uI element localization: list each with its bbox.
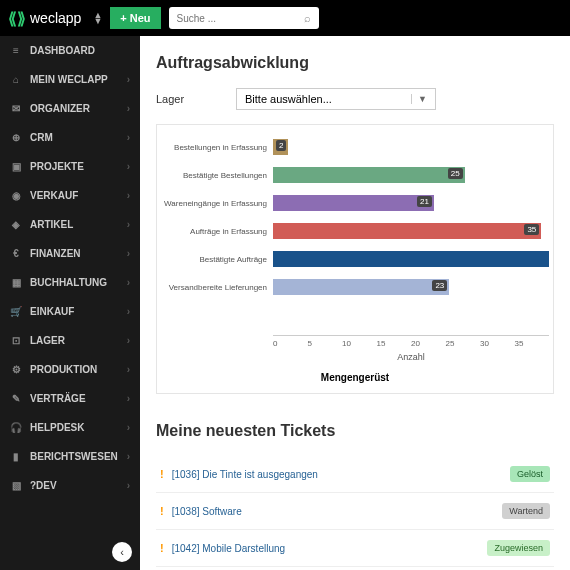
priority-icon: !	[160, 468, 164, 480]
chevron-right-icon: ›	[127, 306, 130, 317]
sidebar-item-finanzen[interactable]: €FINANZEN›	[0, 239, 140, 268]
new-button-label: Neu	[130, 12, 151, 24]
new-button[interactable]: + Neu	[110, 7, 160, 29]
sidebar-collapse-button[interactable]: ‹	[112, 542, 132, 562]
sidebar-item-verkauf[interactable]: ◉VERKAUF›	[0, 181, 140, 210]
sidebar-item-label: PRODUKTION	[30, 364, 97, 375]
sidebar-icon: ▮	[10, 451, 22, 462]
sidebar-item-produktion[interactable]: ⚙PRODUKTION›	[0, 355, 140, 384]
sidebar-icon: ⌂	[10, 74, 22, 85]
sidebar-item-projekte[interactable]: ▣PROJEKTE›	[0, 152, 140, 181]
sidebar-item-label: ARTIKEL	[30, 219, 73, 230]
sidebar-icon: ▣	[10, 161, 22, 172]
chart-tick: 25	[446, 336, 481, 348]
sidebar-item-label: MEIN WECLAPP	[30, 74, 108, 85]
sidebar-item-label: ?DEV	[30, 480, 57, 491]
sidebar-item-label: HELPDESK	[30, 422, 84, 433]
chart-bar: 21	[273, 195, 434, 211]
chevron-right-icon: ›	[127, 132, 130, 143]
sidebar-icon: ◉	[10, 190, 22, 201]
section-title-orders: Auftragsabwicklung	[156, 54, 554, 72]
sidebar-item-einkauf[interactable]: 🛒EINKAUF›	[0, 297, 140, 326]
chart-tick: 10	[342, 336, 377, 348]
sidebar-item-label: EINKAUF	[30, 306, 74, 317]
sidebar-item-lager[interactable]: ⊡LAGER›	[0, 326, 140, 355]
sidebar-item-berichtswesen[interactable]: ▮BERICHTSWESEN›	[0, 442, 140, 471]
chevron-right-icon: ›	[127, 248, 130, 259]
ticket-link[interactable]: [1038] Software	[172, 506, 242, 517]
chevron-right-icon: ›	[127, 161, 130, 172]
sidebar-item-label: ORGANIZER	[30, 103, 90, 114]
chart-row: Bestellungen in Erfassung2	[161, 135, 549, 159]
priority-icon: !	[160, 542, 164, 554]
chevron-right-icon: ›	[127, 393, 130, 404]
sidebar-icon: ▧	[10, 480, 22, 491]
chart-bar-label: Wareneingänge in Erfassung	[161, 199, 273, 208]
ticket-item: ![1038] SoftwareWartend	[156, 493, 554, 530]
chevron-right-icon: ›	[127, 335, 130, 346]
chart-bar-value: 35	[524, 224, 539, 235]
search-box: ⌕	[169, 7, 319, 29]
ticket-status-badge: Zugewiesen	[487, 540, 550, 556]
chart-bar-label: Versandbereite Lieferungen	[161, 283, 273, 292]
ticket-list: ![1036] Die Tinte ist ausgegangenGelöst!…	[156, 456, 554, 570]
search-icon[interactable]: ⌕	[304, 12, 311, 24]
ticket-link[interactable]: [1042] Mobile Darstellung	[172, 543, 285, 554]
sidebar-item-artikel[interactable]: ◈ARTIKEL›	[0, 210, 140, 239]
chart-tick: 5	[308, 336, 343, 348]
sidebar-icon: ✎	[10, 393, 22, 404]
sidebar-item-dashboard[interactable]: ≡DASHBOARD	[0, 36, 140, 65]
chart-row: Bestätigte Bestellungen25	[161, 163, 549, 187]
sidebar-item-label: LAGER	[30, 335, 65, 346]
chart-bar-label: Bestellungen in Erfassung	[161, 143, 273, 152]
sidebar-icon: €	[10, 248, 22, 259]
chevron-right-icon: ›	[127, 219, 130, 230]
sidebar-item-crm[interactable]: ⊕CRM›	[0, 123, 140, 152]
sidebar-item-meinweclapp[interactable]: ⌂MEIN WECLAPP›	[0, 65, 140, 94]
ticket-link[interactable]: [1036] Die Tinte ist ausgegangen	[172, 469, 318, 480]
sidebar-item-label: PROJEKTE	[30, 161, 84, 172]
sidebar-item-label: VERKAUF	[30, 190, 78, 201]
chart-row: Wareneingänge in Erfassung21	[161, 191, 549, 215]
chart-tick: 20	[411, 336, 446, 348]
chart-bar	[273, 251, 549, 267]
sidebar-icon: 🎧	[10, 422, 22, 433]
chevron-right-icon: ›	[127, 364, 130, 375]
lager-dropdown[interactable]: Bitte auswählen... ▼	[236, 88, 436, 110]
search-input[interactable]	[177, 13, 304, 24]
chart-bar-label: Aufträge in Erfassung	[161, 227, 273, 236]
chart-tick: 0	[273, 336, 308, 348]
sidebar-icon: ⚙	[10, 364, 22, 375]
chart-bar: 35	[273, 223, 541, 239]
sidebar-item-label: FINANZEN	[30, 248, 81, 259]
section-title-tickets: Meine neuesten Tickets	[156, 422, 554, 440]
sidebar: ≡DASHBOARD⌂MEIN WECLAPP›✉ORGANIZER›⊕CRM›…	[0, 36, 140, 570]
chart-bar-value: 2	[276, 140, 286, 151]
chevron-right-icon: ›	[127, 480, 130, 491]
logo[interactable]: ⟪⟫ weclapp	[8, 9, 81, 28]
sidebar-item-label: BUCHHALTUNG	[30, 277, 107, 288]
filter-row: Lager Bitte auswählen... ▼	[156, 88, 554, 110]
ticket-status-badge: Wartend	[502, 503, 550, 519]
priority-icon: !	[160, 505, 164, 517]
order-chart: Bestellungen in Erfassung2Bestätigte Bes…	[161, 135, 549, 335]
header-sort-icon[interactable]: ▲▼	[93, 12, 102, 24]
sidebar-item-vertrge[interactable]: ✎VERTRÄGE›	[0, 384, 140, 413]
chevron-right-icon: ›	[127, 74, 130, 85]
plus-icon: +	[120, 12, 126, 24]
chevron-right-icon: ›	[127, 451, 130, 462]
sidebar-item-dev[interactable]: ▧?DEV›	[0, 471, 140, 500]
sidebar-item-helpdesk[interactable]: 🎧HELPDESK›	[0, 413, 140, 442]
sidebar-item-buchhaltung[interactable]: ▦BUCHHALTUNG›	[0, 268, 140, 297]
ticket-item: ![1042] Mobile DarstellungZugewiesen	[156, 530, 554, 567]
sidebar-icon: ⊡	[10, 335, 22, 346]
chart-title: Mengengerüst	[161, 372, 549, 383]
main-content: Auftragsabwicklung Lager Bitte auswählen…	[140, 36, 570, 570]
dropdown-selected-text: Bitte auswählen...	[245, 93, 332, 105]
chart-bar-value: 21	[417, 196, 432, 207]
sidebar-item-organizer[interactable]: ✉ORGANIZER›	[0, 94, 140, 123]
chart-container: Bestellungen in Erfassung2Bestätigte Bes…	[156, 124, 554, 394]
chevron-right-icon: ›	[127, 190, 130, 201]
chart-tick: 15	[377, 336, 412, 348]
chart-row: Bestätigte Aufträge	[161, 247, 549, 271]
